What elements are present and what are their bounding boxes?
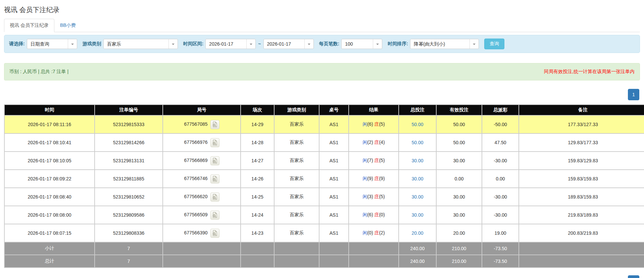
cell-table-number: AS1 — [319, 188, 348, 206]
cell-time: 2026-01-17 08:09:22 — [5, 170, 94, 187]
video-replay-icon[interactable] — [210, 174, 219, 183]
table-row: 2026-01-17 08:08:00523129809586677566509… — [5, 206, 644, 224]
cell-bet-number: 523129811885 — [95, 170, 162, 187]
result-player: 闲 — [362, 140, 367, 145]
footer-payout: -73.50 — [482, 242, 518, 255]
tab-bb-tips[interactable]: BB小费 — [54, 19, 82, 32]
tab-bar: 视讯 会员下注纪录 BB小费 — [4, 19, 640, 32]
betting-records-table: 时间注单编号局号场次游戏类别桌号结果总投注有效投注总派彩备注 2026-01-1… — [4, 104, 644, 268]
cell-total-bet: 50.00 — [399, 116, 436, 133]
date-from-value: 2026-01-17 — [206, 39, 246, 49]
total-bet-link[interactable]: 30.00 — [411, 158, 423, 163]
cell-payout: 47.50 — [482, 134, 518, 151]
cell-round-number: 677566869 — [163, 152, 240, 169]
cell-remark: 129.83/177.33 — [519, 134, 644, 151]
cell-round-number: 677567085 — [163, 116, 240, 133]
result-banker: 庄 — [374, 212, 379, 217]
cell-total-bet: 20.00 — [399, 224, 436, 242]
video-replay-icon[interactable] — [210, 211, 219, 220]
round-number: 677566390 — [184, 230, 207, 235]
cell-game-type: 百家乐 — [275, 170, 319, 187]
query-type-select[interactable]: 日期查询 — [27, 39, 77, 49]
column-header: 总派彩 — [482, 105, 518, 115]
cell-result: 闲(6) 庄(0) — [349, 206, 398, 224]
date-to-select[interactable]: 2026-01-17 — [263, 39, 314, 49]
cell-round-number: 677566390 — [163, 224, 240, 242]
cell-table-number: AS1 — [319, 170, 348, 187]
cell-payout: -30.00 — [482, 206, 518, 224]
cell-bet-number: 523129815333 — [95, 116, 162, 133]
column-header: 注单编号 — [95, 105, 162, 115]
tab-betting-records[interactable]: 视讯 会员下注纪录 — [4, 19, 54, 32]
footer-total-bet: 240.00 — [399, 242, 436, 255]
cell-remark: 177.33/127.33 — [519, 116, 644, 133]
column-header: 场次 — [241, 105, 274, 115]
result-banker: 庄 — [374, 194, 379, 199]
sort-order-value: 降幂(由大到小) — [410, 39, 469, 49]
footer-total-bet: 240.00 — [399, 255, 436, 267]
video-replay-icon[interactable] — [210, 156, 219, 165]
total-bet-link[interactable]: 30.00 — [411, 194, 423, 200]
result-banker: 庄 — [374, 176, 379, 181]
cell-result: 闲(6) 庄(5) — [349, 116, 398, 133]
table-row: 2026-01-17 08:07:15523129808336677566390… — [5, 224, 644, 242]
column-header: 总投注 — [399, 105, 436, 115]
footer-empty-cell — [241, 255, 274, 267]
column-header: 结果 — [349, 105, 398, 115]
cell-total-bet: 30.00 — [399, 206, 436, 224]
round-number: 677566976 — [184, 140, 207, 145]
cell-time: 2026-01-17 08:07:15 — [5, 224, 94, 242]
table-row: 2026-01-17 08:09:22523129811885677566746… — [5, 170, 644, 187]
cell-total-bet: 50.00 — [399, 134, 436, 151]
cell-table-number: AS1 — [319, 134, 348, 151]
video-replay-icon[interactable] — [210, 229, 219, 238]
search-button[interactable]: 查询 — [484, 39, 504, 49]
footer-empty-cell — [163, 255, 240, 267]
valid-bet-notice-text: 同局有效投注,统一计算在该局第一张注单内 — [544, 69, 635, 75]
round-number: 677566620 — [184, 194, 207, 199]
page-size-label: 每页笔数: — [319, 41, 340, 47]
cell-game-type: 百家乐 — [275, 116, 319, 133]
sort-order-select[interactable]: 降幂(由大到小) — [410, 39, 479, 49]
total-bet-link[interactable]: 30.00 — [411, 176, 423, 181]
page-1-button[interactable]: 1 — [628, 275, 639, 278]
round-number: 677566509 — [184, 212, 207, 217]
page-size-select[interactable]: 100 — [341, 39, 382, 49]
cell-time: 2026-01-17 08:08:40 — [5, 188, 94, 206]
cell-payout: -50.00 — [482, 116, 518, 133]
cell-bet-number: 523129808336 — [95, 224, 162, 242]
page-1-button[interactable]: 1 — [628, 89, 639, 100]
cell-result: 闲(2) 庄(4) — [349, 134, 398, 151]
date-range-label: 时间区间: — [183, 41, 204, 47]
cell-round-number: 677566746 — [163, 170, 240, 187]
column-header: 游戏类别 — [275, 105, 319, 115]
page-title: 视讯 会员下注纪录 — [4, 5, 640, 14]
total-bet-link[interactable]: 50.00 — [411, 122, 423, 127]
table-row: 2026-01-17 08:10:05523129813131677566869… — [5, 152, 644, 169]
cell-game-type: 百家乐 — [275, 188, 319, 206]
date-separator: ~ — [258, 41, 261, 47]
cell-time: 2026-01-17 08:10:41 — [5, 134, 94, 151]
footer-remark — [519, 255, 644, 267]
date-from-select[interactable]: 2026-01-17 — [205, 39, 256, 49]
footer-label: 小计 — [5, 242, 94, 255]
result-banker: 庄 — [374, 158, 379, 163]
total-bet-link[interactable]: 50.00 — [411, 140, 423, 145]
total-bet-link[interactable]: 30.00 — [411, 212, 423, 218]
video-replay-icon[interactable] — [210, 120, 219, 129]
video-replay-icon[interactable] — [210, 192, 219, 202]
game-type-select[interactable]: 百家乐 — [103, 39, 178, 49]
cell-game-type: 百家乐 — [275, 206, 319, 224]
column-header: 时间 — [5, 105, 94, 115]
table-row: 2026-01-17 08:11:16523129815333677567085… — [5, 116, 644, 133]
cell-result: 闲(9) 庄(9) — [349, 170, 398, 187]
cell-valid-bet: 30.00 — [437, 188, 482, 206]
chevron-down-icon — [168, 39, 178, 49]
total-bet-link[interactable]: 20.00 — [411, 230, 423, 236]
select-type-label: 请选择: — [9, 41, 25, 47]
video-replay-icon[interactable] — [210, 138, 219, 147]
pagination-bottom: 1 — [5, 275, 639, 278]
table-footer-row: 小计7240.00210.00-73.50 — [5, 242, 644, 255]
cell-session: 14-26 — [241, 170, 274, 187]
footer-label: 总计 — [5, 255, 94, 267]
